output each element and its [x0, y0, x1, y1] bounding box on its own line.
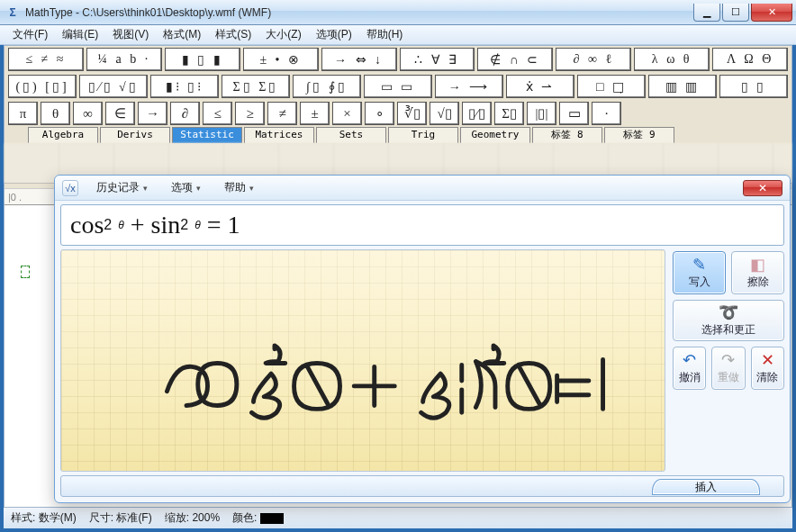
clear-button[interactable]: ✕ 清除	[751, 347, 784, 390]
status-style[interactable]: 样式: 数学(M)	[11, 510, 77, 526]
palette-r3-18[interactable]: ·	[592, 102, 621, 125]
undo-button[interactable]: ↶ 撤消	[673, 347, 706, 390]
palette-tab-标签-8[interactable]: 标签 8	[532, 127, 602, 143]
status-color-label: 颜色:	[232, 511, 257, 524]
palette-r3-8[interactable]: ≠	[267, 102, 297, 125]
palette-tab-trig[interactable]: Trig	[388, 127, 458, 143]
redo-button[interactable]: ↷ 重做	[711, 347, 745, 390]
palette-tab-algebra[interactable]: Algebra	[28, 127, 98, 143]
palette-r3-16[interactable]: |▯|	[527, 102, 556, 125]
palette-r3-6[interactable]: ≤	[203, 102, 232, 125]
palette-r2-6[interactable]: → ⟶	[435, 75, 503, 98]
palette-r2-9[interactable]: ▥ ▥	[648, 75, 717, 98]
palette-r1-6[interactable]: ∉ ∩ ⊂	[477, 48, 553, 71]
status-zoom-label: 缩放:	[165, 511, 189, 524]
palette-r3-17[interactable]: ▭	[559, 102, 589, 125]
select-fix-button[interactable]: ➰ 选择和更正	[673, 300, 784, 341]
insert-button[interactable]: 插入	[652, 479, 760, 495]
palette-r1-7[interactable]: ∂ ∞ ℓ	[556, 48, 631, 71]
palette-r3-14[interactable]: ▯⁄▯	[462, 102, 492, 125]
panel-menu-history[interactable]: 历史记录	[91, 178, 153, 197]
palette-r3-3[interactable]: ∈	[105, 102, 135, 125]
menu-help[interactable]: 帮助(H)	[359, 25, 411, 44]
window-title: MathType - C:\Users\think01\Desktop\y.wm…	[25, 6, 692, 19]
palette-r3-9[interactable]: ±	[300, 102, 330, 125]
palette-r3-5[interactable]: ∂	[170, 102, 200, 125]
palette-r1-4[interactable]: → ⇔ ↓	[321, 48, 397, 71]
status-style-label: 样式:	[11, 511, 35, 524]
status-color-swatch	[260, 513, 284, 524]
palette-r3-12[interactable]: ∛▯	[397, 102, 427, 125]
palette-r2-2[interactable]: ▮⁝ ▯⁝	[150, 75, 219, 98]
palette-tab-sets[interactable]: Sets	[316, 127, 386, 143]
palette-r2-0[interactable]: (▯) [▯]	[8, 75, 77, 98]
palette-tab-标签-9[interactable]: 标签 9	[604, 127, 674, 143]
lasso-icon: ➰	[719, 304, 738, 322]
palette-r2-1[interactable]: ▯⁄▯ √▯	[79, 75, 148, 98]
clear-label: 清除	[756, 370, 778, 385]
status-zoom-value: 200%	[192, 511, 220, 524]
palette-r2-10[interactable]: ▯ ▯	[719, 75, 788, 98]
menu-file[interactable]: 文件(F)	[5, 25, 55, 44]
panel-menu-options[interactable]: 选项	[166, 178, 206, 197]
palette-r3-10[interactable]: ×	[332, 102, 362, 125]
palette-r1-2[interactable]: ▮ ▯ ▮	[165, 48, 240, 71]
status-color[interactable]: 颜色:	[232, 510, 284, 526]
menu-size[interactable]: 大小(Z)	[258, 25, 308, 44]
undo-label: 撤消	[679, 370, 701, 385]
app-icon: Σ	[5, 5, 20, 20]
palette-tab-matrices[interactable]: Matrices	[244, 127, 314, 143]
palette-r3-2[interactable]: ∞	[73, 102, 103, 125]
palette-r1-8[interactable]: λ ω θ	[634, 48, 710, 71]
palette-tab-derivs[interactable]: Derivs	[100, 127, 170, 143]
palette-r3-1[interactable]: θ	[41, 102, 70, 125]
palette-r3-13[interactable]: √▯	[430, 102, 459, 125]
palette-r2-7[interactable]: ẋ ⇀	[506, 75, 574, 98]
menu-edit[interactable]: 编辑(E)	[55, 25, 105, 44]
palette-r1-9[interactable]: Λ Ω Θ	[712, 48, 788, 71]
maximize-button[interactable]: ☐	[722, 4, 749, 22]
erase-button[interactable]: ◧ 擦除	[731, 251, 784, 294]
redo-label: 重做	[718, 370, 739, 385]
handwriting-canvas[interactable]	[60, 249, 665, 472]
panel-close-button[interactable]: ✕	[743, 180, 782, 196]
insert-label: 插入	[695, 480, 717, 495]
menu-format[interactable]: 格式(M)	[156, 25, 208, 44]
pen-icon: ✎	[692, 257, 706, 275]
status-style-value: 数学(M)	[39, 511, 77, 524]
handwriting-strokes	[61, 250, 665, 471]
palette-r1-1[interactable]: ¼ a b ∙	[86, 48, 162, 71]
palette-r2-8[interactable]: □ □̣	[577, 75, 646, 98]
menu-style[interactable]: 样式(S)	[208, 25, 258, 44]
palette-r2-5[interactable]: ▭ ▭	[364, 75, 432, 98]
minimize-button[interactable]: ▁	[693, 4, 720, 22]
status-size[interactable]: 尺寸: 标准(F)	[89, 510, 152, 526]
palette-tab-geometry[interactable]: Geometry	[460, 127, 530, 143]
palette-r3-0[interactable]: π	[8, 102, 38, 125]
palette-r1-3[interactable]: ± • ⊗	[243, 48, 319, 71]
palette-r3-7[interactable]: ≥	[235, 102, 265, 125]
palette-r1-0[interactable]: ≤ ≠ ≈	[8, 48, 84, 71]
panel-footer: 插入	[60, 475, 784, 497]
formula-display: cos2 θ + sin2 θ = 1	[60, 204, 784, 246]
palette-tab-statistic[interactable]: Statistic	[172, 127, 242, 143]
menu-view[interactable]: 视图(V)	[105, 25, 156, 44]
window-close-button[interactable]: ✕	[751, 4, 792, 22]
write-button[interactable]: ✎ 写入	[673, 251, 726, 294]
menubar: 文件(F) 编辑(E) 视图(V) 格式(M) 样式(S) 大小(Z) 选项(P…	[0, 25, 796, 45]
palette-r2-4[interactable]: ∫▯ ∮▯	[293, 75, 361, 98]
palette-r1-5[interactable]: ∴ ∀ ∃	[400, 48, 475, 71]
panel-sidebar: ✎ 写入 ◧ 擦除 ➰ 选择和更正 ↶ 撤消	[673, 249, 784, 472]
window-titlebar: Σ MathType - C:\Users\think01\Desktop\y.…	[0, 0, 796, 25]
menu-option[interactable]: 选项(P)	[309, 25, 359, 44]
palette-r3-4[interactable]: →	[138, 102, 167, 125]
palette-r3-11[interactable]: ∘	[365, 102, 394, 125]
panel-icon: √x	[62, 180, 78, 196]
palette-r3-15[interactable]: Σ▯	[494, 102, 524, 125]
panel-titlebar[interactable]: √x 历史记录 选项 帮助 ✕	[55, 176, 790, 201]
handwriting-panel: √x 历史记录 选项 帮助 ✕ cos2 θ + sin2 θ = 1 ✎ 写入…	[54, 175, 791, 503]
redo-icon: ↷	[721, 352, 735, 370]
palette-r2-3[interactable]: Σ▯ Σ▯	[222, 75, 290, 98]
panel-menu-help[interactable]: 帮助	[219, 178, 259, 197]
status-zoom[interactable]: 缩放: 200%	[165, 510, 220, 526]
